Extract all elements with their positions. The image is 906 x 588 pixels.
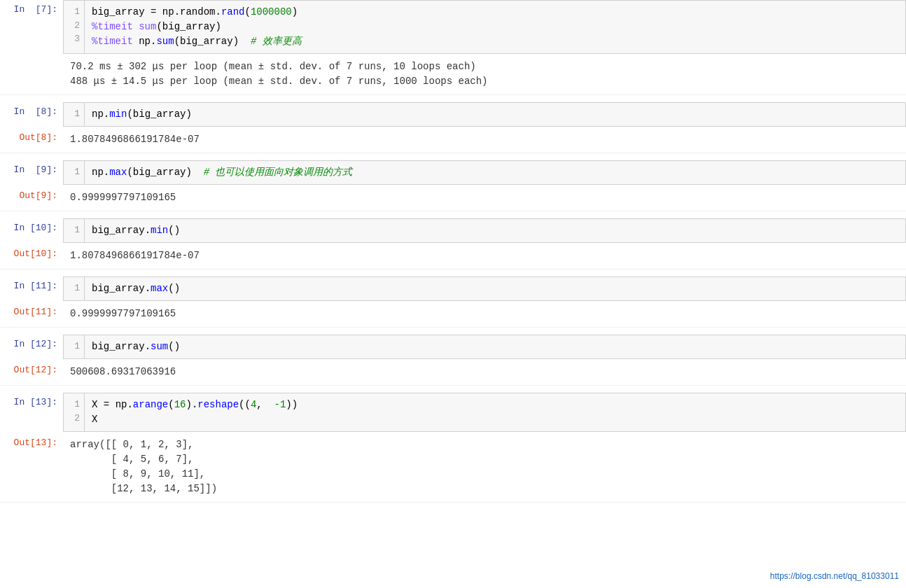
cell-7-code[interactable]: big_array = np.random.rand(1000000) %tim… xyxy=(84,0,906,54)
cell-8-out-content: 1.8078496866191784e-07 xyxy=(63,130,207,150)
cell-12-output: Out[12]: 500608.69317063916 xyxy=(0,359,906,385)
line-num: 1 xyxy=(74,5,80,19)
cell-8-code[interactable]: np.min(big_array) xyxy=(84,102,906,127)
cell-12-out-content: 500608.69317063916 xyxy=(63,362,183,382)
output-line: 70.2 ms ± 302 μs per loop (mean ± std. d… xyxy=(70,59,488,74)
cell-9-input: In [9]: 1 np.max(big_array) # 也可以使用面向对象调… xyxy=(0,160,906,185)
cell-7-output: 70.2 ms ± 302 μs per loop (mean ± std. d… xyxy=(0,54,906,94)
line-num: 2 xyxy=(74,412,80,426)
cell-10-in-label: In [10]: xyxy=(0,218,63,243)
spacer xyxy=(0,153,906,160)
cell-7-in-label: In [7]: xyxy=(0,0,63,54)
cell-11: In [11]: 1 big_array.max() Out[11]: 0.99… xyxy=(0,276,906,328)
cell-7-out-label xyxy=(0,57,63,92)
code-line: %timeit np.sum(big_array) # 效率更高 xyxy=(92,34,898,49)
cell-7: In [7]: 1 2 3 big_array = np.random.rand… xyxy=(0,0,906,95)
output-line: 1.8078496866191784e-07 xyxy=(70,248,200,263)
cell-11-code[interactable]: big_array.max() xyxy=(84,276,906,301)
cell-12-out-label: Out[12]: xyxy=(0,362,63,382)
cell-13-out-content: array([[ 0, 1, 2, 3], [ 4, 5, 6, 7], [ 8… xyxy=(63,435,224,499)
cell-11-line-numbers: 1 xyxy=(63,276,84,301)
code-line: %timeit sum(big_array) xyxy=(92,20,898,34)
cell-13-out-label: Out[13]: xyxy=(0,435,63,499)
code-line: np.max(big_array) # 也可以使用面向对象调用的方式 xyxy=(92,165,898,180)
notebook: In [7]: 1 2 3 big_array = np.random.rand… xyxy=(0,0,906,588)
code-line: X = np.arange(16).reshape((4, -1)) xyxy=(92,398,898,412)
cell-11-input: In [11]: 1 big_array.max() xyxy=(0,276,906,301)
cell-8-line-numbers: 1 xyxy=(63,102,84,127)
cell-10-code[interactable]: big_array.min() xyxy=(84,218,906,243)
cell-13-input: In [13]: 1 2 X = np.arange(16).reshape((… xyxy=(0,393,906,432)
cell-8-output: Out[8]: 1.8078496866191784e-07 xyxy=(0,127,906,153)
cell-7-out-content: 70.2 ms ± 302 μs per loop (mean ± std. d… xyxy=(63,57,495,92)
cell-10-out-label: Out[10]: xyxy=(0,246,63,266)
line-num: 1 xyxy=(74,165,80,179)
cell-9-in-label: In [9]: xyxy=(0,160,63,185)
cell-12-in-label: In [12]: xyxy=(0,335,63,359)
cell-8-in-label: In [8]: xyxy=(0,102,63,127)
spacer xyxy=(0,95,906,102)
line-num: 3 xyxy=(74,32,80,46)
cell-11-output: Out[11]: 0.9999997797109165 xyxy=(0,301,906,327)
cell-8: In [8]: 1 np.min(big_array) Out[8]: 1.80… xyxy=(0,102,906,153)
cell-9-out-content: 0.9999997797109165 xyxy=(63,188,183,208)
line-num: 1 xyxy=(74,281,80,295)
cell-10-out-content: 1.8078496866191784e-07 xyxy=(63,246,207,266)
cell-8-input: In [8]: 1 np.min(big_array) xyxy=(0,102,906,127)
code-line: np.min(big_array) xyxy=(92,107,898,122)
cell-13-output: Out[13]: array([[ 0, 1, 2, 3], [ 4, 5, 6… xyxy=(0,432,906,502)
watermark: https://blog.csdn.net/qq_81033011 xyxy=(770,571,899,581)
cell-7-line-numbers: 1 2 3 xyxy=(63,0,84,54)
cell-7-input: In [7]: 1 2 3 big_array = np.random.rand… xyxy=(0,0,906,54)
spacer xyxy=(0,211,906,218)
code-line: X xyxy=(92,412,898,427)
cell-9-output: Out[9]: 0.9999997797109165 xyxy=(0,185,906,211)
output-line: 500608.69317063916 xyxy=(70,365,176,379)
cell-9-line-numbers: 1 xyxy=(63,160,84,185)
code-line: big_array.min() xyxy=(92,223,898,238)
cell-9-code[interactable]: np.max(big_array) # 也可以使用面向对象调用的方式 xyxy=(84,160,906,185)
output-line: 488 μs ± 14.5 μs per loop (mean ± std. d… xyxy=(70,74,488,89)
output-line: 0.9999997797109165 xyxy=(70,307,176,321)
cell-11-out-label: Out[11]: xyxy=(0,304,63,324)
spacer xyxy=(0,386,906,393)
cell-9: In [9]: 1 np.max(big_array) # 也可以使用面向对象调… xyxy=(0,160,906,211)
line-num: 1 xyxy=(74,223,80,237)
code-line: big_array.max() xyxy=(92,281,898,296)
output-line: [12, 13, 14, 15]]) xyxy=(70,482,217,496)
cell-11-out-content: 0.9999997797109165 xyxy=(63,304,183,324)
cell-11-in-label: In [11]: xyxy=(0,276,63,301)
output-line: array([[ 0, 1, 2, 3], xyxy=(70,438,217,452)
cell-13-code[interactable]: X = np.arange(16).reshape((4, -1)) X xyxy=(84,393,906,432)
cell-9-out-label: Out[9]: xyxy=(0,188,63,208)
cell-13: In [13]: 1 2 X = np.arange(16).reshape((… xyxy=(0,393,906,503)
cell-13-in-label: In [13]: xyxy=(0,393,63,432)
cell-12-input: In [12]: 1 big_array.sum() xyxy=(0,335,906,359)
cell-10-line-numbers: 1 xyxy=(63,218,84,243)
cell-12: In [12]: 1 big_array.sum() Out[12]: 5006… xyxy=(0,335,906,386)
spacer xyxy=(0,328,906,335)
cell-12-code[interactable]: big_array.sum() xyxy=(84,335,906,359)
output-line: 1.8078496866191784e-07 xyxy=(70,132,200,147)
output-line: [ 8, 9, 10, 11], xyxy=(70,467,217,482)
line-num: 1 xyxy=(74,398,80,412)
cell-10-output: Out[10]: 1.8078496866191784e-07 xyxy=(0,243,906,269)
output-line: 0.9999997797109165 xyxy=(70,190,176,205)
cell-8-out-label: Out[8]: xyxy=(0,130,63,150)
line-num: 2 xyxy=(74,19,80,33)
cell-13-line-numbers: 1 2 xyxy=(63,393,84,432)
cell-12-line-numbers: 1 xyxy=(63,335,84,359)
line-num: 1 xyxy=(74,340,80,354)
cell-10: In [10]: 1 big_array.min() Out[10]: 1.80… xyxy=(0,218,906,270)
code-line: big_array = np.random.rand(1000000) xyxy=(92,5,898,20)
output-line: [ 4, 5, 6, 7], xyxy=(70,452,217,467)
cell-10-input: In [10]: 1 big_array.min() xyxy=(0,218,906,243)
code-line: big_array.sum() xyxy=(92,340,898,354)
line-num: 1 xyxy=(74,107,80,121)
spacer xyxy=(0,270,906,276)
